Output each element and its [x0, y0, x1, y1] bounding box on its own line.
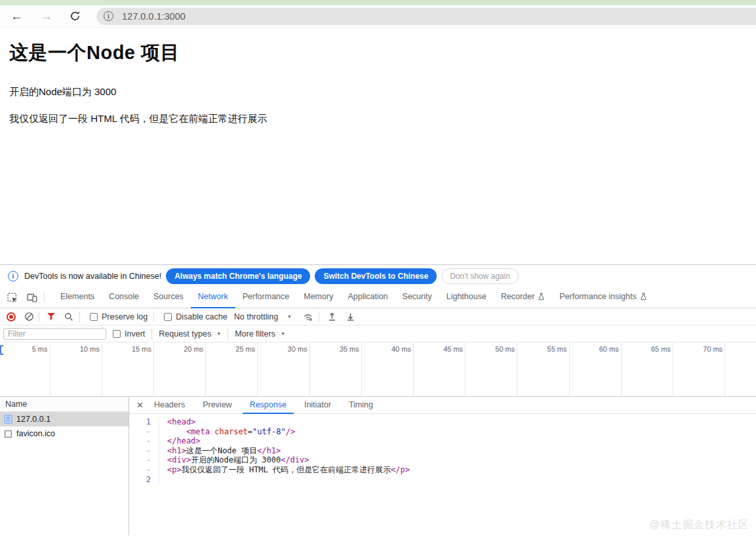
network-toolbar: Preserve log Disable cache No throttling… — [0, 308, 756, 325]
import-har-icon[interactable] — [327, 312, 337, 321]
code-token: "utf-8" — [252, 427, 286, 436]
detail-tab-response[interactable]: Response — [243, 397, 294, 414]
detail-tab-label: Preview — [203, 400, 231, 409]
network-filter-row: Invert Request types ▼ More filters ▼ — [0, 325, 756, 342]
detail-tabbar: ✕ HeadersPreviewResponseInitiatorTiming — [129, 397, 756, 414]
code-line: 2 — [129, 475, 756, 485]
timeline-tick-label: 50 ms — [466, 345, 515, 353]
timeline-tick-label: 60 ms — [570, 345, 619, 353]
tab-performance-insights[interactable]: Performance insights — [552, 287, 654, 308]
code-token: <div> — [167, 455, 191, 464]
code-token: /> — [286, 427, 295, 436]
detail-tab-label: Timing — [349, 400, 373, 409]
chevron-down-icon[interactable]: ▼ — [281, 331, 285, 336]
tab-label: Recorder — [501, 292, 534, 301]
timeline-gridline — [309, 342, 310, 396]
watermark: @稀土掘金技术社区 — [649, 518, 749, 532]
code-line: -<div>开启的Node端口为 3000</div> — [129, 455, 756, 465]
code-token: = — [248, 427, 252, 436]
timeline-gridline — [153, 342, 154, 396]
info-icon[interactable]: i — [104, 11, 113, 21]
timeline-gridline — [621, 342, 622, 396]
line-number: 2 — [129, 475, 159, 485]
request-types-dropdown[interactable]: Request types — [159, 329, 211, 339]
infobar-message: DevTools is now available in Chinese! — [24, 272, 161, 281]
timeline-gridline — [205, 342, 206, 396]
code-token: charset — [214, 427, 248, 436]
preserve-log-checkbox[interactable]: Preserve log — [90, 312, 148, 321]
tab-performance[interactable]: Performance — [235, 287, 297, 308]
timeline-gridline — [569, 342, 570, 396]
timeline-gridline — [102, 342, 102, 396]
chevron-down-icon[interactable]: ▼ — [287, 314, 292, 319]
filter-input[interactable] — [3, 328, 106, 340]
code-text — [159, 475, 167, 485]
tab-sources[interactable]: Sources — [146, 287, 191, 308]
response-code-viewer[interactable]: 1<head>- <meta charset="utf-8"/>-</head>… — [129, 414, 756, 535]
detail-tab-initiator[interactable]: Initiator — [297, 397, 338, 414]
export-har-icon[interactable] — [346, 312, 355, 321]
timeline-tick-label: 5 ms — [0, 345, 48, 353]
checkbox-icon[interactable] — [113, 330, 121, 338]
name-column-header[interactable]: Name — [0, 397, 129, 412]
back-arrow-icon[interactable]: ← — [10, 10, 23, 22]
line-number: - — [129, 427, 159, 437]
checkbox-icon[interactable] — [90, 313, 98, 321]
close-icon[interactable]: ✕ — [136, 401, 144, 409]
tab-elements[interactable]: Elements — [53, 287, 102, 308]
reload-icon[interactable] — [70, 10, 81, 22]
forward-arrow-icon[interactable]: → — [40, 10, 52, 22]
invert-checkbox[interactable]: Invert — [113, 329, 145, 339]
flask-icon — [640, 293, 647, 300]
url-bar[interactable]: i 127.0.0.1:3000 — [96, 8, 756, 25]
search-icon[interactable] — [64, 312, 73, 321]
tab-network[interactable]: Network — [191, 287, 235, 308]
tab-lighthouse[interactable]: Lighthouse — [439, 287, 494, 308]
disable-cache-checkbox[interactable]: Disable cache — [164, 312, 228, 321]
network-overview-timeline[interactable]: 5 ms10 ms15 ms20 ms25 ms30 ms35 ms40 ms4… — [0, 342, 756, 397]
throttling-select[interactable]: No throttling — [234, 312, 278, 321]
code-token: </h1> — [257, 446, 281, 455]
chevron-down-icon[interactable]: ▼ — [216, 331, 221, 336]
detail-tab-headers[interactable]: Headers — [147, 397, 192, 414]
divider — [44, 292, 45, 302]
more-filters-dropdown[interactable]: More filters — [235, 329, 275, 339]
tab-console[interactable]: Console — [102, 287, 146, 308]
tab-memory[interactable]: Memory — [296, 287, 340, 308]
tab-recorder[interactable]: Recorder — [494, 287, 552, 308]
tab-security[interactable]: Security — [395, 287, 439, 308]
network-conditions-icon[interactable] — [302, 312, 313, 321]
divider — [319, 312, 319, 322]
page-content: 这是一个Node 项目 开启的Node端口为 3000 我仅仅返回了一段 HTM… — [0, 28, 756, 264]
timeline-tick-label: 45 ms — [414, 345, 463, 353]
tab-application[interactable]: Application — [340, 287, 395, 308]
page-title: 这是一个Node 项目 — [9, 40, 747, 66]
code-token: <p> — [167, 465, 182, 474]
devtools-panel: i DevTools is now available in Chinese! … — [0, 264, 756, 535]
request-row[interactable]: favicon.ico — [0, 426, 129, 441]
checkbox-icon[interactable] — [164, 313, 172, 321]
timeline-tick-label: 70 ms — [674, 345, 723, 353]
inspect-element-icon[interactable] — [3, 289, 20, 306]
timeline-gridline — [517, 342, 517, 396]
always-match-language-button[interactable]: Always match Chrome's language — [166, 268, 310, 284]
preserve-log-label: Preserve log — [102, 312, 148, 321]
url-text[interactable]: 127.0.0.1:3000 — [122, 11, 186, 22]
request-row[interactable]: 127.0.0.1 — [0, 412, 129, 426]
timeline-tick-label: 30 ms — [259, 345, 308, 353]
toggle-device-toolbar-icon[interactable] — [24, 289, 41, 306]
request-rows: 127.0.0.1favicon.ico — [0, 412, 129, 441]
switch-devtools-chinese-button[interactable]: Switch DevTools to Chinese — [315, 268, 437, 284]
divider — [228, 329, 228, 339]
tab-label: Console — [109, 292, 139, 301]
tab-label: Elements — [60, 292, 94, 301]
detail-tab-timing[interactable]: Timing — [342, 397, 380, 414]
detail-tab-preview[interactable]: Preview — [195, 397, 239, 414]
page-line1: 开启的Node端口为 3000 — [9, 86, 747, 98]
record-icon[interactable] — [7, 312, 16, 321]
filter-funnel-icon[interactable] — [47, 312, 56, 321]
dont-show-again-button[interactable]: Don't show again — [441, 268, 519, 284]
clear-icon[interactable] — [24, 312, 34, 321]
detail-tab-label: Response — [250, 400, 287, 409]
timeline-tick-label: 10 ms — [51, 345, 100, 353]
